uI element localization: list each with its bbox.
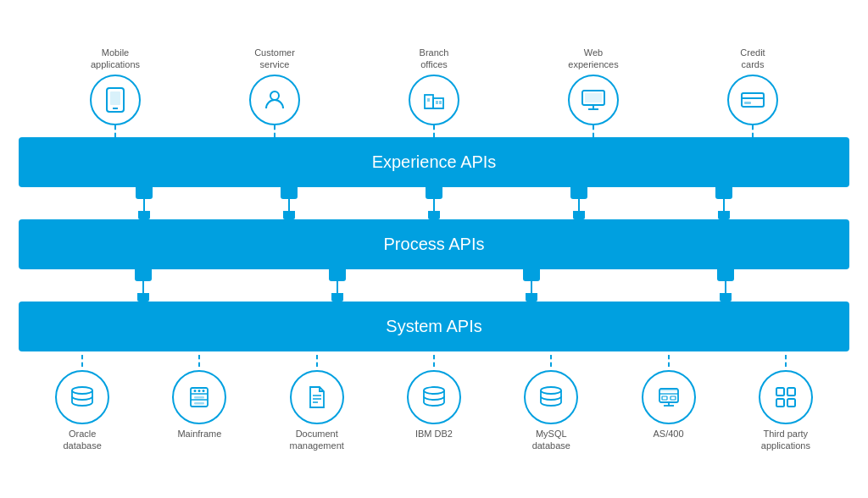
plug-3 xyxy=(426,187,442,219)
svg-point-29 xyxy=(424,387,444,394)
customer-label: Customerservice xyxy=(254,47,295,71)
plug-sys-col-2 xyxy=(287,269,388,302)
svg-rect-7 xyxy=(436,101,438,104)
svg-rect-42 xyxy=(787,399,795,407)
consumer-icons-row xyxy=(19,75,849,137)
ibmdb2-system: IBM DB2 xyxy=(389,355,478,452)
customer-connector xyxy=(224,75,326,137)
plug-sys-3 xyxy=(523,269,540,302)
svg-point-17 xyxy=(72,387,92,394)
thirdparty-system: Third partyapplications xyxy=(741,355,830,452)
plug-col-4 xyxy=(528,187,630,219)
credit-card-icon xyxy=(727,75,778,125)
svg-point-21 xyxy=(194,390,197,392)
document-icon xyxy=(290,370,344,424)
consumer-customer: Customerservice xyxy=(224,47,326,71)
mobile-connector xyxy=(64,75,166,137)
svg-point-3 xyxy=(270,91,279,100)
thirdparty-label: Third partyapplications xyxy=(761,428,810,452)
system-icons-row: Oracledatabase Mainframe xyxy=(19,355,849,452)
document-system: Documentmanagement xyxy=(272,355,361,452)
plug-col-1 xyxy=(93,187,195,219)
consumer-label-row: Mobileapplications Customerservice Branc… xyxy=(19,47,849,71)
as400-label: AS/400 xyxy=(654,428,684,440)
plug-sys-4 xyxy=(717,269,734,302)
svg-rect-6 xyxy=(427,98,430,102)
process-apis-bar: Process APIs xyxy=(19,219,849,269)
svg-rect-41 xyxy=(776,399,784,407)
plug-1 xyxy=(136,187,153,219)
between-proc-sys xyxy=(19,269,849,302)
thirdparty-icon xyxy=(759,370,813,424)
plug-5 xyxy=(715,187,732,219)
svg-rect-39 xyxy=(776,388,784,396)
svg-rect-24 xyxy=(194,396,204,399)
plug-col-3 xyxy=(383,187,485,219)
mysql-label: MySQLdatabase xyxy=(532,428,570,452)
svg-rect-2 xyxy=(110,91,120,105)
svg-rect-40 xyxy=(787,388,795,396)
ibmdb2-label: IBM DB2 xyxy=(415,428,453,440)
monitor-icon xyxy=(568,75,619,125)
document-label: Documentmanagement xyxy=(290,428,344,452)
plug-sys-col-1 xyxy=(92,269,194,302)
ibmdb2-icon xyxy=(407,370,461,424)
branch-label: Branchoffices xyxy=(420,47,449,71)
oracle-icon xyxy=(55,370,109,424)
svg-rect-16 xyxy=(744,102,751,104)
branch-connector xyxy=(383,75,485,137)
plug-sys-col-4 xyxy=(675,269,776,302)
mainframe-icon xyxy=(172,370,226,424)
person-icon xyxy=(249,75,300,125)
plug-col-5 xyxy=(673,187,775,219)
plug-sys-2 xyxy=(329,269,346,302)
oracle-system: Oracledatabase xyxy=(38,355,127,452)
svg-point-22 xyxy=(198,390,201,392)
plug-col-2 xyxy=(238,187,340,219)
consumer-branch: Branchoffices xyxy=(383,47,485,71)
svg-rect-13 xyxy=(585,93,602,102)
credit-label: Creditcards xyxy=(740,47,765,71)
plug-4 xyxy=(570,187,587,219)
between-exp-proc xyxy=(19,187,849,219)
svg-rect-8 xyxy=(439,101,442,104)
mainframe-label: Mainframe xyxy=(177,428,221,440)
mainframe-system: Mainframe xyxy=(155,355,244,452)
as400-system: AS/400 xyxy=(624,355,713,452)
as400-icon xyxy=(642,370,696,424)
architecture-diagram: Mobileapplications Customerservice Branc… xyxy=(19,47,849,451)
plug-sys-1 xyxy=(135,269,152,302)
mysql-system: MySQLdatabase xyxy=(507,355,596,452)
svg-rect-25 xyxy=(194,402,204,405)
plug-sys-col-3 xyxy=(481,269,582,302)
experience-apis-bar: Experience APIs xyxy=(19,137,849,187)
web-label: Webexperiences xyxy=(568,47,618,71)
consumer-mobile: Mobileapplications xyxy=(64,47,166,71)
consumer-web: Webexperiences xyxy=(542,47,644,71)
svg-rect-14 xyxy=(742,93,764,107)
svg-point-23 xyxy=(203,390,205,392)
credit-connector xyxy=(702,75,804,137)
mobile-label: Mobileapplications xyxy=(91,47,140,71)
oracle-label: Oracledatabase xyxy=(64,428,102,452)
building-icon xyxy=(409,75,459,125)
plug-2 xyxy=(281,187,298,219)
svg-point-30 xyxy=(541,387,561,394)
web-connector xyxy=(542,75,644,137)
mobile-icon xyxy=(90,75,141,125)
system-apis-bar: System APIs xyxy=(19,302,849,351)
svg-rect-34 xyxy=(670,396,676,400)
svg-rect-33 xyxy=(662,396,667,400)
mysql-icon xyxy=(524,370,578,424)
consumer-credit: Creditcards xyxy=(702,47,804,71)
